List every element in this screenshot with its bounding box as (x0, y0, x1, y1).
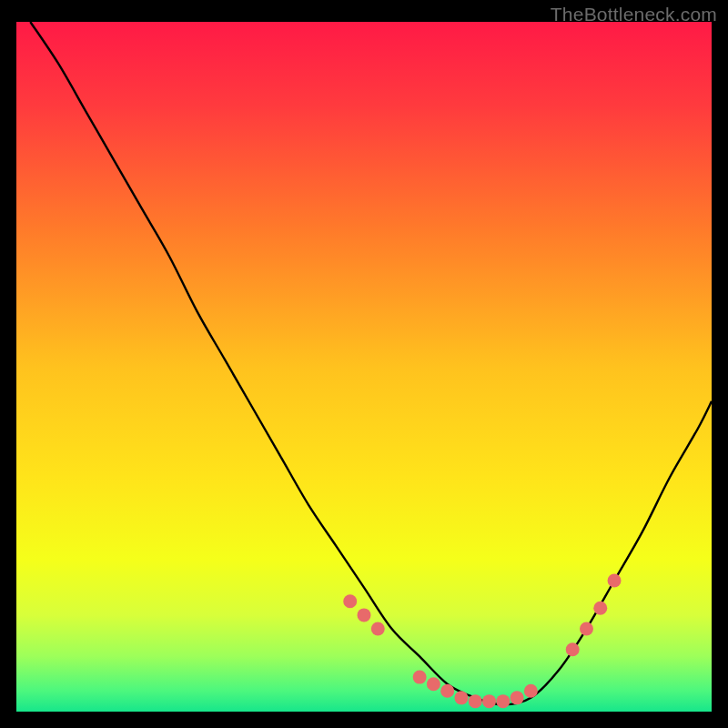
marker-point (469, 694, 482, 708)
chart-frame (16, 22, 712, 712)
gradient-background (16, 22, 712, 712)
marker-point (566, 642, 580, 656)
marker-point (482, 694, 496, 708)
marker-point (371, 622, 385, 636)
marker-point (427, 677, 440, 691)
marker-point (343, 594, 357, 608)
bottleneck-chart (16, 22, 712, 712)
marker-point (496, 694, 510, 708)
marker-point (608, 573, 622, 587)
marker-point (524, 684, 538, 698)
marker-point (440, 684, 454, 698)
marker-point (413, 671, 427, 684)
marker-point (593, 602, 607, 615)
marker-point (454, 691, 468, 704)
marker-point (580, 622, 593, 636)
marker-point (358, 608, 371, 622)
marker-point (511, 691, 524, 704)
